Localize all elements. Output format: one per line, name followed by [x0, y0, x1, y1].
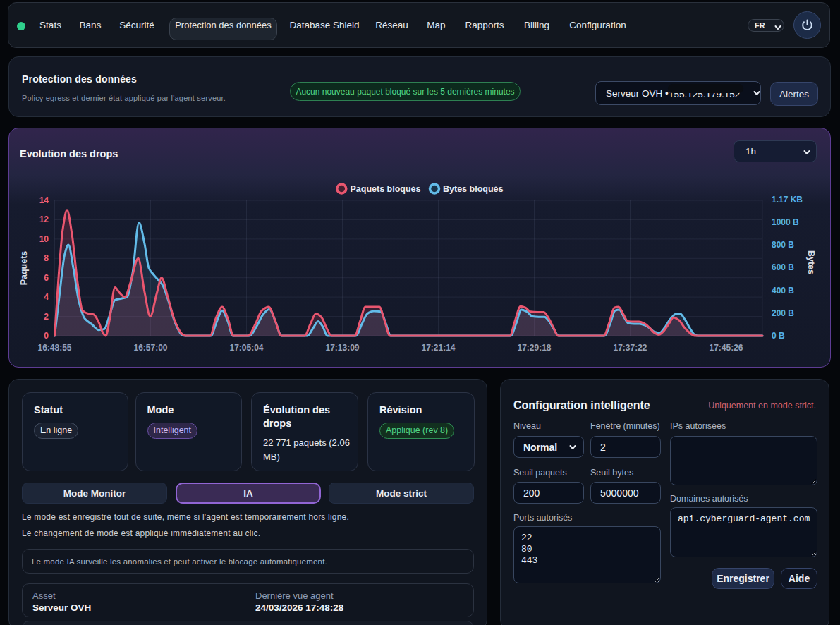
svg-text:10: 10	[39, 234, 49, 244]
svg-text:17:05:04: 17:05:04	[229, 343, 263, 353]
svg-text:6: 6	[44, 273, 49, 283]
svg-text:1.17 KB: 1.17 KB	[772, 195, 803, 205]
svg-text:16:57:00: 16:57:00	[133, 343, 167, 353]
svg-text:14: 14	[39, 195, 49, 205]
svg-text:17:13:09: 17:13:09	[325, 343, 359, 353]
svg-text:17:37:22: 17:37:22	[613, 343, 647, 353]
svg-text:4: 4	[44, 292, 49, 302]
svg-text:12: 12	[39, 214, 49, 224]
svg-text:200 B: 200 B	[772, 308, 794, 318]
svg-text:0 B: 0 B	[772, 331, 785, 341]
svg-text:17:29:18: 17:29:18	[517, 343, 551, 353]
svg-text:17:21:14: 17:21:14	[421, 343, 455, 353]
svg-text:16:48:55: 16:48:55	[37, 343, 71, 353]
svg-text:Bytes bloqués: Bytes bloqués	[443, 184, 503, 194]
svg-text:17:45:26: 17:45:26	[709, 343, 743, 353]
svg-text:Paquets: Paquets	[19, 251, 29, 286]
svg-text:0: 0	[44, 331, 49, 341]
svg-text:400 B: 400 B	[772, 286, 794, 296]
svg-text:600 B: 600 B	[772, 262, 794, 272]
svg-text:2: 2	[44, 312, 49, 322]
svg-text:1000 B: 1000 B	[772, 217, 799, 227]
svg-text:Bytes: Bytes	[806, 250, 816, 274]
svg-text:800 B: 800 B	[772, 240, 794, 250]
svg-text:Paquets bloqués: Paquets bloqués	[351, 184, 421, 194]
svg-text:8: 8	[44, 253, 49, 263]
